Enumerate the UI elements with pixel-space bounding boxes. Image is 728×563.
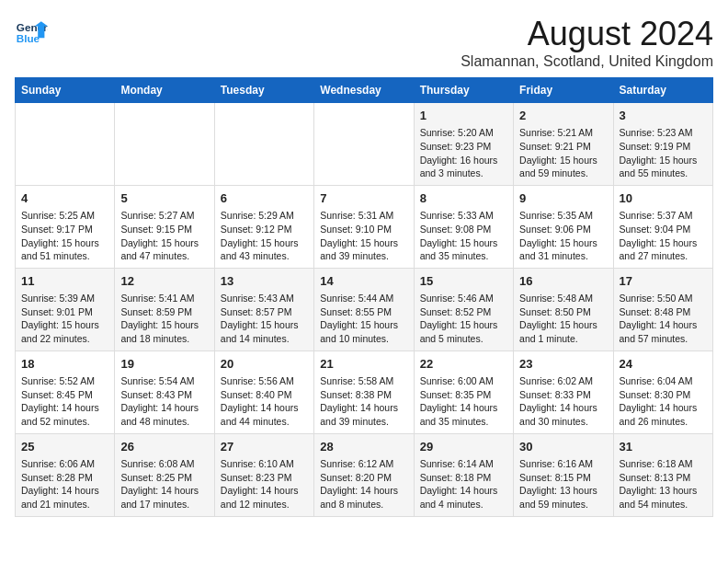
calendar-cell: 19Sunrise: 5:54 AM Sunset: 8:43 PM Dayli…: [115, 350, 214, 433]
day-number: 30: [519, 439, 607, 455]
day-info: Sunrise: 5:20 AM Sunset: 9:23 PM Dayligh…: [420, 126, 507, 180]
calendar-cell: [16, 103, 115, 186]
month-title: August 2024: [461, 15, 713, 53]
day-number: 1: [420, 108, 507, 124]
calendar-cell: 20Sunrise: 5:56 AM Sunset: 8:40 PM Dayli…: [214, 350, 313, 433]
day-number: 25: [21, 439, 108, 455]
calendar-cell: [214, 103, 313, 186]
calendar-cell: 29Sunrise: 6:14 AM Sunset: 8:18 PM Dayli…: [414, 433, 513, 516]
calendar-cell: 10Sunrise: 5:37 AM Sunset: 9:04 PM Dayli…: [613, 185, 712, 268]
day-info: Sunrise: 6:14 AM Sunset: 8:18 PM Dayligh…: [420, 457, 507, 511]
calendar-cell: 1Sunrise: 5:20 AM Sunset: 9:23 PM Daylig…: [414, 103, 513, 186]
calendar-cell: 31Sunrise: 6:18 AM Sunset: 8:13 PM Dayli…: [613, 433, 712, 516]
calendar-week-3: 11Sunrise: 5:39 AM Sunset: 9:01 PM Dayli…: [16, 268, 713, 350]
calendar-cell: 24Sunrise: 6:04 AM Sunset: 8:30 PM Dayli…: [613, 350, 712, 433]
day-info: Sunrise: 6:16 AM Sunset: 8:15 PM Dayligh…: [519, 457, 607, 511]
calendar-cell: 23Sunrise: 6:02 AM Sunset: 8:33 PM Dayli…: [514, 350, 613, 433]
calendar-cell: 18Sunrise: 5:52 AM Sunset: 8:45 PM Dayli…: [16, 350, 115, 433]
day-number: 28: [320, 439, 407, 455]
day-number: 14: [320, 273, 407, 290]
page-header: General Blue August 2024 Slamannan, Scot…: [15, 15, 713, 70]
day-info: Sunrise: 5:37 AM Sunset: 9:04 PM Dayligh…: [620, 209, 707, 263]
calendar-body: 1Sunrise: 5:20 AM Sunset: 9:23 PM Daylig…: [16, 103, 713, 517]
day-number: 11: [21, 273, 108, 290]
day-number: 10: [620, 190, 707, 207]
day-number: 8: [420, 190, 507, 207]
day-info: Sunrise: 5:50 AM Sunset: 8:48 PM Dayligh…: [620, 292, 707, 346]
day-info: Sunrise: 5:39 AM Sunset: 9:01 PM Dayligh…: [21, 292, 108, 346]
day-number: 2: [519, 108, 607, 124]
calendar-cell: 9Sunrise: 5:35 AM Sunset: 9:06 PM Daylig…: [514, 185, 613, 268]
day-info: Sunrise: 6:02 AM Sunset: 8:33 PM Dayligh…: [519, 374, 607, 429]
calendar-cell: 8Sunrise: 5:33 AM Sunset: 9:08 PM Daylig…: [414, 185, 513, 268]
day-number: 23: [519, 356, 607, 373]
day-info: Sunrise: 6:08 AM Sunset: 8:25 PM Dayligh…: [120, 457, 208, 511]
calendar-cell: 5Sunrise: 5:27 AM Sunset: 9:15 PM Daylig…: [115, 185, 214, 268]
day-info: Sunrise: 5:33 AM Sunset: 9:08 PM Dayligh…: [420, 209, 507, 263]
calendar-cell: 12Sunrise: 5:41 AM Sunset: 8:59 PM Dayli…: [115, 268, 214, 350]
calendar-cell: 27Sunrise: 6:10 AM Sunset: 8:23 PM Dayli…: [214, 433, 313, 516]
day-number: 4: [21, 190, 108, 207]
calendar-table: SundayMondayTuesdayWednesdayThursdayFrid…: [15, 77, 713, 517]
day-info: Sunrise: 5:48 AM Sunset: 8:50 PM Dayligh…: [519, 292, 607, 346]
day-info: Sunrise: 5:44 AM Sunset: 8:55 PM Dayligh…: [320, 292, 407, 346]
day-info: Sunrise: 5:35 AM Sunset: 9:06 PM Dayligh…: [519, 209, 607, 263]
day-info: Sunrise: 5:52 AM Sunset: 8:45 PM Dayligh…: [21, 374, 108, 429]
calendar-week-1: 1Sunrise: 5:20 AM Sunset: 9:23 PM Daylig…: [16, 103, 713, 186]
calendar-cell: 2Sunrise: 5:21 AM Sunset: 9:21 PM Daylig…: [514, 103, 613, 186]
weekday-header-thursday: Thursday: [414, 78, 513, 103]
day-number: 21: [320, 356, 407, 373]
day-info: Sunrise: 5:31 AM Sunset: 9:10 PM Dayligh…: [320, 209, 407, 263]
calendar-header: SundayMondayTuesdayWednesdayThursdayFrid…: [16, 78, 713, 103]
day-number: 17: [620, 273, 707, 290]
day-info: Sunrise: 6:04 AM Sunset: 8:30 PM Dayligh…: [620, 374, 707, 429]
day-info: Sunrise: 5:56 AM Sunset: 8:40 PM Dayligh…: [221, 374, 308, 429]
calendar-cell: 21Sunrise: 5:58 AM Sunset: 8:38 PM Dayli…: [314, 350, 414, 433]
calendar-cell: 26Sunrise: 6:08 AM Sunset: 8:25 PM Dayli…: [115, 433, 214, 516]
day-info: Sunrise: 5:29 AM Sunset: 9:12 PM Dayligh…: [221, 209, 308, 263]
calendar-cell: 13Sunrise: 5:43 AM Sunset: 8:57 PM Dayli…: [214, 268, 313, 350]
day-number: 16: [519, 273, 607, 290]
day-info: Sunrise: 6:06 AM Sunset: 8:28 PM Dayligh…: [21, 457, 108, 511]
calendar-cell: 3Sunrise: 5:23 AM Sunset: 9:19 PM Daylig…: [613, 103, 712, 186]
calendar-cell: 22Sunrise: 6:00 AM Sunset: 8:35 PM Dayli…: [414, 350, 513, 433]
weekday-header-friday: Friday: [514, 78, 613, 103]
logo-icon: General Blue: [15, 15, 48, 48]
weekday-header-saturday: Saturday: [613, 78, 712, 103]
day-number: 18: [21, 356, 108, 373]
day-number: 13: [221, 273, 308, 290]
day-number: 29: [420, 439, 507, 455]
logo: General Blue: [15, 15, 48, 48]
day-number: 31: [620, 439, 707, 455]
weekday-header-row: SundayMondayTuesdayWednesdayThursdayFrid…: [16, 78, 713, 103]
day-number: 24: [620, 356, 707, 373]
day-number: 12: [120, 273, 208, 290]
day-info: Sunrise: 5:27 AM Sunset: 9:15 PM Dayligh…: [120, 209, 208, 263]
weekday-header-wednesday: Wednesday: [314, 78, 414, 103]
day-number: 5: [120, 190, 208, 207]
title-block: August 2024 Slamannan, Scotland, United …: [461, 15, 713, 70]
calendar-week-4: 18Sunrise: 5:52 AM Sunset: 8:45 PM Dayli…: [16, 350, 713, 433]
day-number: 19: [120, 356, 208, 373]
day-info: Sunrise: 5:21 AM Sunset: 9:21 PM Dayligh…: [519, 126, 607, 180]
day-number: 26: [120, 439, 208, 455]
calendar-cell: 30Sunrise: 6:16 AM Sunset: 8:15 PM Dayli…: [514, 433, 613, 516]
calendar-cell: 15Sunrise: 5:46 AM Sunset: 8:52 PM Dayli…: [414, 268, 513, 350]
day-info: Sunrise: 5:23 AM Sunset: 9:19 PM Dayligh…: [620, 126, 707, 180]
day-info: Sunrise: 5:46 AM Sunset: 8:52 PM Dayligh…: [420, 292, 507, 346]
calendar-week-2: 4Sunrise: 5:25 AM Sunset: 9:17 PM Daylig…: [16, 185, 713, 268]
day-number: 15: [420, 273, 507, 290]
day-info: Sunrise: 5:54 AM Sunset: 8:43 PM Dayligh…: [120, 374, 208, 429]
day-info: Sunrise: 6:00 AM Sunset: 8:35 PM Dayligh…: [420, 374, 507, 429]
day-info: Sunrise: 5:25 AM Sunset: 9:17 PM Dayligh…: [21, 209, 108, 263]
day-number: 27: [221, 439, 308, 455]
weekday-header-monday: Monday: [115, 78, 214, 103]
calendar-cell: [314, 103, 414, 186]
day-number: 20: [221, 356, 308, 373]
day-info: Sunrise: 5:41 AM Sunset: 8:59 PM Dayligh…: [120, 292, 208, 346]
day-info: Sunrise: 5:43 AM Sunset: 8:57 PM Dayligh…: [221, 292, 308, 346]
calendar-cell: 11Sunrise: 5:39 AM Sunset: 9:01 PM Dayli…: [16, 268, 115, 350]
day-info: Sunrise: 6:10 AM Sunset: 8:23 PM Dayligh…: [221, 457, 308, 511]
day-info: Sunrise: 6:12 AM Sunset: 8:20 PM Dayligh…: [320, 457, 407, 511]
calendar-week-5: 25Sunrise: 6:06 AM Sunset: 8:28 PM Dayli…: [16, 433, 713, 516]
